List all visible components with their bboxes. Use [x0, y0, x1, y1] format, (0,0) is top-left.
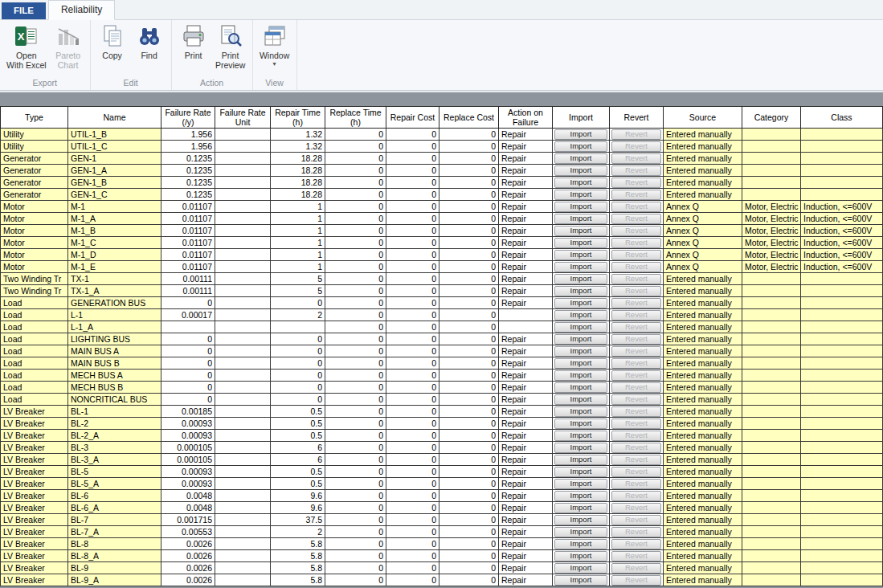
revert-button[interactable]: Revert: [611, 503, 661, 513]
cell-replace_time[interactable]: 0: [325, 562, 386, 574]
cell-replace_time[interactable]: 0: [325, 478, 386, 490]
pareto-chart-button[interactable]: Pareto Chart: [50, 21, 87, 70]
tab-file[interactable]: FILE: [2, 2, 46, 19]
cell-failure_rate[interactable]: 1.956: [161, 129, 215, 141]
cell-failure_rate[interactable]: 0.01107: [161, 237, 215, 249]
cell-action[interactable]: Repair: [499, 213, 553, 225]
cell-repair_time[interactable]: 0: [271, 357, 325, 370]
cell-replace_cost[interactable]: 0: [439, 538, 499, 550]
cell-action[interactable]: [499, 321, 553, 333]
revert-button[interactable]: Revert: [611, 443, 661, 453]
cell-failure_rate_unit[interactable]: [215, 141, 271, 153]
cell-replace_cost[interactable]: 0: [439, 333, 499, 345]
import-button[interactable]: Import: [554, 346, 607, 357]
cell-replace_cost[interactable]: 0: [439, 490, 499, 502]
cell-action[interactable]: Repair: [499, 141, 553, 153]
cell-action[interactable]: Repair: [499, 550, 553, 562]
import-button[interactable]: Import: [554, 178, 607, 188]
cell-replace_cost[interactable]: 0: [439, 309, 499, 321]
cell-replace_cost[interactable]: 0: [439, 141, 499, 153]
cell-replace_cost[interactable]: 0: [439, 382, 499, 394]
cell-failure_rate[interactable]: 0.01107: [161, 213, 215, 225]
cell-replace_time[interactable]: 0: [325, 550, 386, 562]
cell-replace_cost[interactable]: 0: [439, 249, 499, 261]
cell-replace_cost[interactable]: 0: [439, 129, 499, 141]
cell-replace_cost[interactable]: 0: [439, 394, 499, 406]
import-button[interactable]: Import: [554, 298, 607, 308]
cell-repair_cost[interactable]: 0: [386, 562, 439, 574]
cell-replace_time[interactable]: 0: [325, 213, 386, 225]
cell-failure_rate[interactable]: 0: [161, 370, 215, 382]
cell-replace_time[interactable]: 0: [325, 249, 386, 261]
cell-action[interactable]: Repair: [499, 189, 553, 201]
cell-action[interactable]: Repair: [499, 574, 553, 586]
import-button[interactable]: Import: [554, 238, 607, 248]
cell-failure_rate_unit[interactable]: [215, 285, 271, 297]
cell-repair_cost[interactable]: 0: [386, 321, 439, 333]
cell-repair_time[interactable]: 18.28: [271, 189, 325, 201]
cell-repair_time[interactable]: 5: [271, 285, 325, 297]
cell-failure_rate[interactable]: 0.00111: [161, 285, 215, 297]
import-button[interactable]: Import: [554, 491, 607, 501]
revert-button[interactable]: Revert: [611, 226, 661, 236]
cell-failure_rate_unit[interactable]: [215, 129, 271, 141]
cell-replace_time[interactable]: 0: [325, 574, 386, 586]
window-button[interactable]: Window ▾: [256, 21, 293, 67]
cell-failure_rate_unit[interactable]: [215, 502, 271, 514]
cell-failure_rate[interactable]: 0.01107: [161, 249, 215, 261]
cell-replace_time[interactable]: 0: [325, 309, 386, 321]
cell-replace_cost[interactable]: 0: [439, 225, 499, 237]
cell-failure_rate_unit[interactable]: [215, 213, 271, 225]
cell-repair_cost[interactable]: 0: [386, 370, 439, 382]
cell-repair_time[interactable]: 1: [271, 237, 325, 249]
cell-replace_time[interactable]: 0: [325, 357, 386, 370]
cell-replace_cost[interactable]: 0: [439, 285, 499, 297]
import-button[interactable]: Import: [554, 274, 607, 284]
import-button[interactable]: Import: [554, 214, 607, 224]
cell-replace_cost[interactable]: 0: [439, 153, 499, 165]
import-button[interactable]: Import: [554, 165, 607, 176]
cell-repair_cost[interactable]: 0: [386, 406, 439, 418]
cell-failure_rate[interactable]: 0.00185: [161, 406, 215, 418]
find-button[interactable]: Find: [131, 21, 168, 60]
cell-replace_cost[interactable]: 0: [439, 273, 499, 285]
cell-repair_cost[interactable]: 0: [386, 574, 439, 586]
cell-repair_cost[interactable]: 0: [386, 273, 439, 285]
cell-failure_rate[interactable]: 0: [161, 394, 215, 406]
cell-failure_rate_unit[interactable]: [215, 550, 271, 562]
revert-button[interactable]: Revert: [611, 274, 661, 284]
cell-repair_time[interactable]: 1: [271, 201, 325, 213]
cell-repair_time[interactable]: 1: [271, 225, 325, 237]
cell-failure_rate[interactable]: 0.00093: [161, 466, 215, 478]
cell-action[interactable]: Repair: [499, 357, 553, 370]
cell-replace_cost[interactable]: 0: [439, 213, 499, 225]
revert-button[interactable]: Revert: [611, 129, 661, 140]
cell-action[interactable]: Repair: [499, 430, 553, 442]
revert-button[interactable]: Revert: [611, 539, 661, 549]
cell-replace_cost[interactable]: 0: [439, 562, 499, 574]
cell-repair_time[interactable]: 18.28: [271, 177, 325, 189]
cell-repair_time[interactable]: 0: [271, 297, 325, 309]
cell-action[interactable]: Repair: [499, 370, 553, 382]
cell-replace_cost[interactable]: 0: [439, 550, 499, 562]
cell-replace_cost[interactable]: 0: [439, 418, 499, 430]
cell-replace_time[interactable]: 0: [325, 538, 386, 550]
revert-button[interactable]: Revert: [611, 202, 661, 212]
cell-failure_rate_unit[interactable]: [215, 237, 271, 249]
cell-repair_time[interactable]: 0.5: [271, 466, 325, 478]
cell-failure_rate_unit[interactable]: [215, 189, 271, 201]
cell-failure_rate[interactable]: 0: [161, 297, 215, 309]
cell-action[interactable]: Repair: [499, 129, 553, 141]
print-button[interactable]: Print: [175, 21, 212, 60]
cell-repair_time[interactable]: 6: [271, 454, 325, 466]
cell-failure_rate_unit[interactable]: [215, 357, 271, 370]
cell-repair_cost[interactable]: 0: [386, 490, 439, 502]
import-button[interactable]: Import: [554, 129, 607, 140]
cell-failure_rate[interactable]: 0.000105: [161, 454, 215, 466]
cell-repair_time[interactable]: [271, 321, 325, 333]
cell-action[interactable]: Repair: [499, 333, 553, 345]
cell-repair_cost[interactable]: 0: [386, 333, 439, 345]
cell-failure_rate_unit[interactable]: [215, 249, 271, 261]
print-preview-button[interactable]: Print Preview: [212, 21, 249, 70]
cell-action[interactable]: Repair: [499, 562, 553, 574]
